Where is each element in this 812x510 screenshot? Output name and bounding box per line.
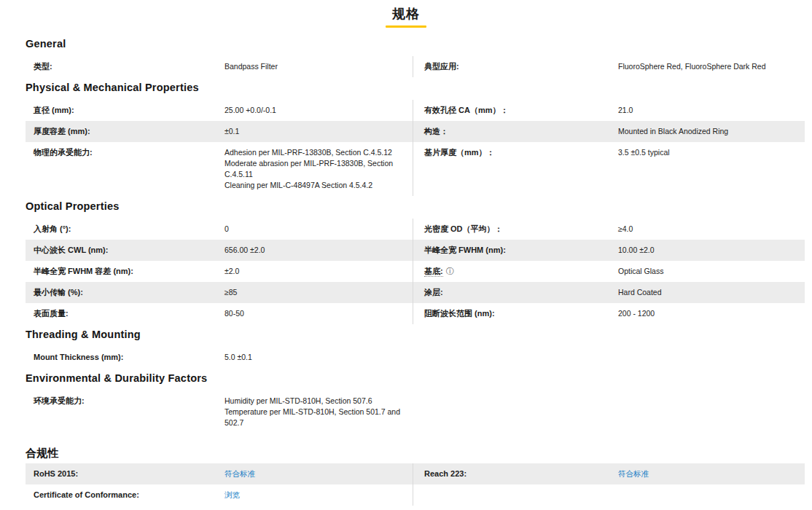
- spec-table-optical: 入射角 (°):0光密度 OD（平均）：≥4.0中心波长 CWL (nm):65…: [26, 219, 805, 324]
- spec-label: 涂层:: [416, 287, 618, 298]
- spec-value: 3.5 ±0.5 typical: [618, 147, 805, 191]
- spec-row: 环境承受能力:Humidity per MIL-STD-810H, Sectio…: [26, 391, 805, 434]
- spec-cell-right: 有效孔径 CA（mm）：21.0: [416, 100, 805, 121]
- spec-label: 光密度 OD（平均）：: [416, 224, 618, 235]
- spec-label-text: RoHS 2015:: [34, 469, 78, 478]
- spec-label-text: Certificate of Conformance:: [34, 490, 139, 499]
- spec-label-text: 阻断波长范围 (nm):: [424, 309, 495, 318]
- spec-label-text: 典型应用:: [424, 62, 459, 71]
- spec-label-text: 半峰全宽 FWHM 容差 (nm):: [34, 267, 133, 275]
- spec-cell-left: 半峰全宽 FWHM 容差 (nm):±2.0: [26, 261, 407, 282]
- spec-label-text: 构造：: [424, 127, 448, 136]
- spec-cell-left: 类型:Bandpass Filter: [26, 56, 407, 77]
- spec-value: 25.00 +0.0/-0.1: [225, 105, 407, 116]
- spec-row: 表面质量:80-50阻断波长范围 (nm):200 - 1200: [26, 303, 805, 324]
- reach-223-link[interactable]: 符合标准: [618, 469, 649, 478]
- spec-label: 有效孔径 CA（mm）：: [416, 105, 618, 116]
- spec-cell-left: 表面质量:80-50: [26, 303, 407, 324]
- spec-label: 基片厚度（mm）：: [416, 147, 618, 191]
- spec-cell-right: 涂层:Hard Coated: [416, 282, 805, 303]
- section-title-general: General: [26, 38, 805, 50]
- section-title-environmental: Environmental & Durability Factors: [26, 372, 805, 385]
- section-title-optical: Optical Properties: [26, 200, 805, 213]
- column-divider: [413, 240, 413, 261]
- spec-label: 入射角 (°):: [26, 224, 225, 235]
- spec-value: ±0.1: [225, 126, 407, 137]
- spec-cell-left: 厚度容差 (mm):±0.1: [26, 121, 407, 142]
- column-divider: [413, 100, 413, 121]
- spec-label: 表面质量:: [26, 308, 225, 319]
- spec-value: Optical Glass: [618, 266, 805, 277]
- spec-value: Mounted in Black Anodized Ring: [618, 126, 805, 137]
- spec-label: Certificate of Conformance:: [26, 490, 225, 501]
- spec-row: 直径 (mm):25.00 +0.0/-0.1有效孔径 CA（mm）：21.0: [26, 100, 805, 121]
- spec-value: Humidity per MIL-STD-810H, Section 507.6…: [225, 396, 407, 428]
- spec-cell-right: 阻断波长范围 (nm):200 - 1200: [416, 303, 805, 324]
- spec-label: 中心波长 CWL (nm):: [26, 245, 225, 256]
- spec-value: Hard Coated: [618, 287, 805, 298]
- spec-value: Bandpass Filter: [225, 61, 407, 72]
- spec-value: 5.0 ±0.1: [225, 352, 407, 363]
- info-icon[interactable]: ⓘ: [446, 267, 454, 275]
- column-divider: [413, 282, 413, 303]
- spec-label: 半峰全宽 FWHM (nm):: [416, 245, 618, 256]
- spec-content: General类型:Bandpass Filter典型应用:FluoroSphe…: [26, 38, 805, 506]
- spec-label-text: 直径 (mm):: [34, 106, 74, 114]
- column-divider: [413, 463, 413, 484]
- spec-table-general: 类型:Bandpass Filter典型应用:FluoroSphere Red,…: [26, 56, 805, 77]
- spec-cell-right: 基底:ⓘOptical Glass: [416, 261, 805, 282]
- spec-cell-left: 环境承受能力:Humidity per MIL-STD-810H, Sectio…: [26, 391, 407, 434]
- spec-row: 类型:Bandpass Filter典型应用:FluoroSphere Red,…: [26, 56, 805, 77]
- spec-label: Mount Thickness (mm):: [26, 352, 225, 363]
- certificate-of-conformance-link[interactable]: 浏览: [225, 490, 240, 499]
- spec-value: Adhesion per MIL-PRF-13830B, Section C.4…: [225, 147, 407, 191]
- column-divider: [413, 303, 413, 324]
- spec-label-text: 中心波长 CWL (nm):: [34, 246, 108, 254]
- spec-cell-right: Reach 223:符合标准: [416, 463, 805, 484]
- spec-table-compliance: RoHS 2015:符合标准Reach 223:符合标准Certificate …: [26, 463, 805, 506]
- spec-label: RoHS 2015:: [26, 468, 225, 479]
- spec-value: FluoroSphere Red, FluoroSphere Dark Red: [618, 61, 805, 72]
- spec-row: 厚度容差 (mm):±0.1构造：Mounted in Black Anodiz…: [26, 121, 805, 142]
- spec-cell-right: 基片厚度（mm）：3.5 ±0.5 typical: [416, 142, 805, 196]
- section-title-physical: Physical & Mechanical Properties: [26, 82, 805, 94]
- spec-value: ≥4.0: [618, 224, 805, 235]
- spec-cell-right: 构造：Mounted in Black Anodized Ring: [416, 121, 805, 142]
- spec-label: 厚度容差 (mm):: [26, 126, 225, 137]
- spec-label-text: 表面质量:: [34, 309, 69, 318]
- spec-label-text: 入射角 (°):: [34, 224, 71, 233]
- spec-label-text: 厚度容差 (mm):: [34, 127, 90, 136]
- spec-label-text: 最小传输 (%):: [34, 288, 83, 297]
- spec-label-text: 有效孔径 CA（mm）：: [424, 106, 509, 114]
- spec-label: Reach 223:: [416, 468, 618, 479]
- spec-label-text: 半峰全宽 FWHM (nm):: [424, 246, 506, 254]
- column-divider: [413, 121, 413, 142]
- spec-label-text: Mount Thickness (mm):: [34, 353, 123, 361]
- column-divider: [413, 261, 413, 282]
- spec-label-text: 基片厚度（mm）：: [424, 148, 495, 157]
- spec-value: 0: [225, 224, 407, 235]
- section-environmental: Environmental & Durability Factors环境承受能力…: [26, 372, 805, 434]
- spec-label-text: 类型:: [34, 62, 52, 71]
- rohs-2015-link[interactable]: 符合标准: [225, 469, 255, 478]
- spec-table-environmental: 环境承受能力:Humidity per MIL-STD-810H, Sectio…: [26, 391, 805, 434]
- spec-label: 直径 (mm):: [26, 105, 225, 116]
- spec-label: 构造：: [416, 126, 618, 137]
- spec-value: 10.00 ±2.0: [618, 245, 805, 256]
- spec-label: 基底:ⓘ: [416, 266, 618, 277]
- spec-cell-left: RoHS 2015:符合标准: [26, 463, 407, 484]
- section-physical: Physical & Mechanical Properties直径 (mm):…: [26, 82, 805, 196]
- spec-value: 符合标准: [618, 468, 805, 479]
- column-divider: [413, 56, 413, 77]
- spec-value: ±2.0: [225, 266, 407, 277]
- spec-cell-left: 中心波长 CWL (nm):656.00 ±2.0: [26, 240, 407, 261]
- spec-row: 入射角 (°):0光密度 OD（平均）：≥4.0: [26, 219, 805, 240]
- spec-label-text: 环境承受能力:: [34, 396, 85, 405]
- spec-label: 典型应用:: [416, 61, 618, 72]
- spec-cell-left: 入射角 (°):0: [26, 219, 407, 240]
- spec-label-text: 基底:: [424, 267, 443, 277]
- spec-label: 最小传输 (%):: [26, 287, 225, 298]
- spec-value: 浏览: [225, 490, 407, 501]
- spec-value: 21.0: [618, 105, 805, 116]
- title-accent-underline: [386, 26, 426, 28]
